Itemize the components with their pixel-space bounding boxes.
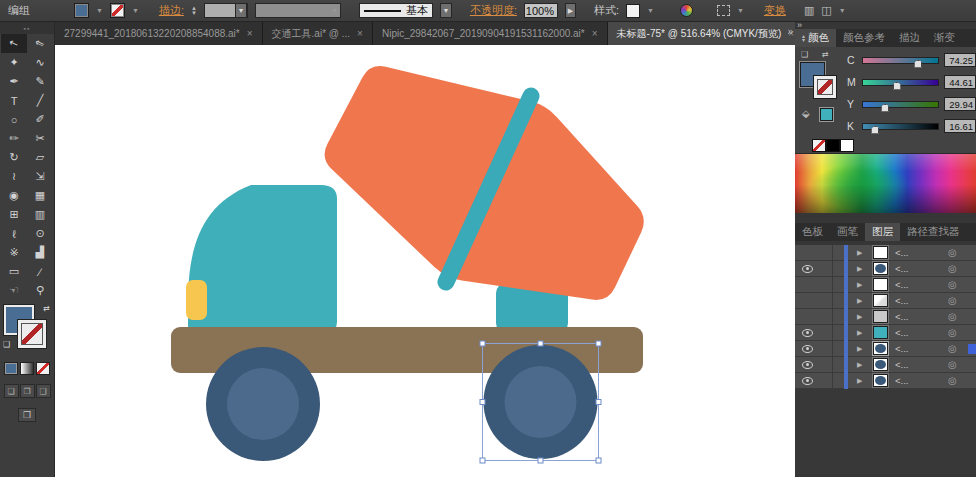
color-spectrum[interactable] — [795, 153, 976, 213]
swap-colors-icon[interactable]: ⇄ — [822, 50, 829, 59]
document-tab[interactable]: Nipic_29842067_20190904191531162000.ai*× — [373, 22, 608, 45]
gradient-mode-button[interactable] — [20, 362, 34, 375]
slider-handle[interactable] — [881, 104, 889, 112]
eye-icon[interactable] — [802, 329, 813, 337]
selection-handle[interactable] — [480, 458, 485, 463]
expand-triangle-icon[interactable]: ▶ — [857, 313, 862, 321]
expand-triangle-icon[interactable]: ▶ — [857, 361, 862, 369]
out-of-gamut-icon[interactable]: ⬙ — [802, 108, 810, 119]
layers-tab-4[interactable]: 路径查找器 — [900, 223, 967, 241]
cmyk-y-slider[interactable] — [862, 101, 939, 108]
selection-handle[interactable] — [538, 341, 543, 346]
visibility-cell[interactable] — [795, 293, 833, 308]
draw-inside-button[interactable]: ❑ — [36, 384, 51, 398]
layer-row[interactable]: ▶<...◎ — [795, 309, 976, 325]
direct-selection-tool[interactable]: ⇖ — [27, 34, 53, 53]
zoom-tool[interactable]: ⚲ — [27, 281, 53, 300]
tab-overflow-icon[interactable]: » — [787, 26, 791, 37]
cmyk-m-value[interactable]: 44.61 — [944, 75, 976, 89]
rotate-tool[interactable]: ↻ — [1, 148, 27, 167]
fill-color-swatch[interactable] — [74, 3, 89, 18]
layers-tab-1[interactable]: 色板 — [795, 223, 830, 241]
target-circle-icon[interactable]: ◎ — [948, 327, 957, 338]
brush-dropdown-icon[interactable]: ▼ — [440, 3, 452, 18]
cmyk-k-slider[interactable] — [862, 123, 939, 130]
transform-link[interactable]: 变换 — [764, 3, 786, 18]
layer-name[interactable]: <... — [895, 247, 908, 258]
layer-row[interactable]: ▶<...◎ — [795, 357, 976, 373]
tab-close-icon[interactable]: × — [247, 28, 253, 39]
default-fill-stroke-icon[interactable]: ❏ — [3, 340, 10, 349]
cmyk-k-value[interactable]: 16.61 — [944, 119, 976, 133]
perspective-grid-tool[interactable]: ▦ — [27, 186, 53, 205]
artboard-tool[interactable]: ▭ — [1, 262, 27, 281]
gradient-tool[interactable]: ▥ — [27, 205, 53, 224]
target-circle-icon[interactable]: ◎ — [948, 263, 957, 274]
expand-triangle-icon[interactable]: ▶ — [857, 249, 862, 257]
stroke-color-swatch[interactable] — [110, 3, 125, 18]
visibility-cell[interactable] — [795, 357, 833, 372]
chevron-down-icon[interactable]: ▼ — [235, 3, 247, 18]
black-color-swatch[interactable] — [826, 139, 840, 152]
visibility-cell[interactable] — [795, 341, 833, 356]
opacity-link[interactable]: 不透明度: — [470, 3, 517, 18]
layer-name[interactable]: <... — [895, 327, 908, 338]
expand-triangle-icon[interactable]: ▶ — [857, 281, 862, 289]
mesh-tool[interactable]: ⊞ — [1, 205, 27, 224]
screen-mode-button[interactable]: ❐ — [18, 408, 36, 422]
fill-stroke-mini-icon[interactable]: ❏ — [801, 50, 808, 59]
magic-wand-tool[interactable]: ✦ — [1, 53, 27, 72]
eye-icon[interactable] — [802, 377, 813, 385]
selection-handle[interactable] — [596, 400, 601, 405]
cmyk-m-slider[interactable] — [862, 79, 939, 86]
layer-thumbnail[interactable] — [873, 326, 888, 339]
selection-handle[interactable] — [596, 458, 601, 463]
layer-thumbnail[interactable] — [873, 262, 888, 275]
expand-triangle-icon[interactable]: ▶ — [857, 297, 862, 305]
tab-close-icon[interactable]: × — [357, 28, 363, 39]
layer-thumbnail[interactable] — [873, 342, 888, 355]
lasso-tool[interactable]: ∿ — [27, 53, 53, 72]
target-circle-icon[interactable]: ◎ — [948, 343, 957, 354]
type-tool[interactable]: T — [1, 91, 27, 110]
collapse-dock-icon[interactable]: » — [797, 20, 800, 30]
selection-handle[interactable] — [596, 341, 601, 346]
artboard-canvas[interactable] — [55, 45, 795, 477]
layer-row[interactable]: ▶<...◎ — [795, 341, 976, 357]
slider-handle[interactable] — [893, 82, 901, 90]
hand-tool[interactable]: ☜ — [1, 281, 27, 300]
layers-tab-2[interactable]: 画笔 — [830, 223, 865, 241]
tab-close-icon[interactable]: × — [592, 28, 598, 39]
layer-row[interactable]: ▶<...◎ — [795, 373, 976, 389]
select-similar-dropdown-icon[interactable]: ▼ — [737, 7, 744, 14]
curvature-tool[interactable]: ✎ — [27, 72, 53, 91]
expand-triangle-icon[interactable]: ▶ — [857, 377, 862, 385]
stroke-dropdown-icon[interactable]: ▼ — [132, 7, 139, 14]
visibility-cell[interactable] — [795, 373, 833, 388]
expand-triangle-icon[interactable]: ▶ — [857, 329, 862, 337]
scale-tool[interactable]: ▱ — [27, 148, 53, 167]
symbol-sprayer-tool[interactable]: ※ — [1, 243, 27, 262]
white-color-swatch[interactable] — [840, 139, 854, 152]
pencil-tool[interactable]: ✏ — [1, 129, 27, 148]
layer-name[interactable]: <... — [895, 263, 908, 274]
target-circle-icon[interactable]: ◎ — [948, 311, 957, 322]
layers-tab-3[interactable]: 图层 — [865, 223, 900, 241]
layer-name[interactable]: <... — [895, 343, 908, 354]
stroke-weight-dropdown[interactable]: ▼ — [204, 3, 248, 18]
eyedropper-tool[interactable]: ℓ — [1, 224, 27, 243]
slice-tool[interactable]: ∕ — [27, 262, 53, 281]
visibility-cell[interactable] — [795, 309, 833, 324]
layer-thumbnail[interactable] — [873, 278, 888, 291]
align-objects-icon[interactable]: ▥ — [804, 4, 814, 17]
color-tab-3[interactable]: 描边 — [892, 29, 927, 47]
cmyk-c-slider[interactable] — [862, 57, 939, 64]
document-tab[interactable]: 27299441_20180613220208854088.ai*× — [55, 22, 263, 45]
target-circle-icon[interactable]: ◎ — [948, 279, 957, 290]
none-color-swatch[interactable] — [812, 139, 826, 152]
color-mode-button[interactable] — [4, 362, 18, 375]
layer-name[interactable]: <... — [895, 311, 908, 322]
cmyk-y-value[interactable]: 29.94 — [944, 97, 976, 111]
chevron-down-icon[interactable]: ▼ — [331, 7, 338, 14]
opacity-input[interactable]: 100% — [524, 3, 558, 18]
